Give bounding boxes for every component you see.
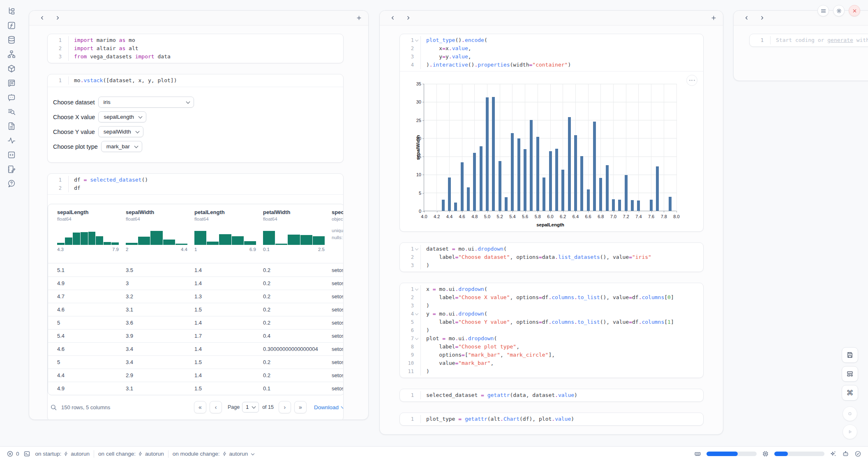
table-row[interactable]: 4.42.91.40.2setosa: [48, 369, 344, 382]
chart-bar[interactable]: [517, 138, 520, 211]
code-line[interactable]: 1dataset = mo.ui.dropdown(: [403, 245, 697, 253]
chart-bar[interactable]: [467, 187, 470, 211]
datasources-icon[interactable]: [7, 35, 16, 44]
fold-chevron-icon[interactable]: [415, 337, 419, 341]
last-page-button[interactable]: »: [294, 401, 307, 413]
table-row[interactable]: 53.61.40.2setosa: [48, 316, 344, 329]
search-icon[interactable]: [50, 404, 57, 411]
code-line[interactable]: 3): [403, 261, 697, 270]
code-line[interactable]: 3 y=y.value,: [403, 53, 697, 61]
cell-imports[interactable]: 1import marimo as mo2import altair as al…: [47, 34, 344, 63]
chart-bar[interactable]: [461, 162, 464, 211]
table-row[interactable]: 5.43.91.70.4setosa: [48, 329, 344, 342]
documentation-icon[interactable]: [7, 122, 16, 131]
cell-dataframe[interactable]: 1df = selected_dataset()2df sepalLengthf…: [47, 173, 344, 420]
column-collapse-right-icon[interactable]: [52, 13, 63, 23]
fold-chevron-icon[interactable]: [415, 38, 419, 42]
prev-page-button[interactable]: ‹: [210, 401, 222, 413]
code-line[interactable]: 8 label="Choose plot type",: [403, 343, 697, 351]
code-line[interactable]: 5 label="Choose Y value", options=df.col…: [403, 318, 697, 326]
chart-bar[interactable]: [555, 149, 558, 211]
imports-code[interactable]: 1import marimo as mo2import altair as al…: [48, 34, 343, 63]
scratchpad-icon[interactable]: [7, 165, 16, 174]
code-line[interactable]: 10 value="mark_bar",: [403, 359, 697, 367]
chart-bar[interactable]: [568, 117, 571, 211]
chart-bar[interactable]: [587, 189, 590, 211]
code-line[interactable]: 1plot_type = getattr(alt.Chart(df), plot…: [403, 415, 697, 423]
code-line[interactable]: 3from vega_datasets import data: [51, 53, 337, 61]
close-icon[interactable]: [849, 5, 860, 16]
chart-bar[interactable]: [511, 133, 514, 211]
functions-icon[interactable]: [7, 21, 16, 30]
run-setting-3[interactable]: on module change:autorun: [173, 451, 254, 457]
chart-bar[interactable]: [442, 200, 445, 211]
stop-icon[interactable]: [843, 406, 857, 421]
chart-bar[interactable]: [656, 166, 659, 211]
chart-bar[interactable]: [612, 199, 615, 211]
tracing-icon[interactable]: [7, 136, 16, 145]
snippets-icon[interactable]: [7, 150, 16, 159]
bar-chart[interactable]: sepalWidth sepalLength 051015202530354.0…: [424, 84, 676, 211]
ai-code-editor[interactable]: 1 Start coding or generate with AI: [750, 34, 868, 46]
chart-bar[interactable]: [618, 200, 621, 211]
xyplot-code[interactable]: 1x = mo.ui.dropdown(2 label="Choose X va…: [400, 283, 703, 378]
file-tree-icon[interactable]: [7, 7, 16, 16]
column-header-petalLength[interactable]: petalLengthfloat6416.9: [194, 209, 263, 263]
chart-bar[interactable]: [492, 97, 495, 211]
code-line[interactable]: 1import marimo as mo: [51, 36, 337, 44]
chart-bar[interactable]: [473, 153, 476, 211]
dataframe-code[interactable]: 1df = selected_dataset()2df: [48, 174, 343, 194]
table-row[interactable]: 4.63.11.50.2setosa: [48, 303, 344, 316]
cpu-icon[interactable]: [762, 450, 769, 457]
connection-status-icon[interactable]: [854, 450, 861, 457]
cell-selected-dataset[interactable]: 1selected_dataset = getattr(data, datase…: [399, 389, 704, 402]
code-line[interactable]: 1x = mo.ui.dropdown(: [403, 285, 697, 293]
add-cell-button[interactable]: [353, 13, 364, 23]
fold-chevron-icon[interactable]: [415, 287, 419, 291]
table-row[interactable]: 4.931.40.2setosa: [48, 277, 344, 290]
cell-xy-plot-dropdowns[interactable]: 1x = mo.ui.dropdown(2 label="Choose X va…: [399, 283, 704, 378]
run-setting-2[interactable]: on cell change:autorun: [98, 451, 164, 457]
chart-bar[interactable]: [669, 197, 672, 211]
code-line[interactable]: 1 Start coding or generate with AI: [753, 36, 868, 44]
chart-bar[interactable]: [454, 203, 457, 211]
cell-plot[interactable]: 1plot_type().encode(2 x=x.value,3 y=y.va…: [399, 34, 704, 232]
choose-x-value-select[interactable]: sepalLength: [98, 111, 146, 122]
column-collapse-left-icon[interactable]: [741, 13, 752, 23]
chart-bar[interactable]: [524, 149, 526, 211]
choose-plot-type-select[interactable]: mark_bar: [101, 141, 142, 152]
plot-code[interactable]: 1plot_type().encode(2 x=x.value,3 y=y.va…: [400, 34, 703, 71]
chart-bar[interactable]: [599, 178, 602, 211]
column-header-petalWidth[interactable]: petalWidthfloat640.12.5: [263, 209, 332, 263]
chart-bar[interactable]: [480, 146, 482, 211]
chart-bar[interactable]: [536, 137, 539, 211]
table-row[interactable]: 4.93.11.50.1setosa: [48, 382, 344, 395]
column-header-sepalWidth[interactable]: sepalWidthfloat6424.4: [126, 209, 194, 263]
chart-bar[interactable]: [530, 120, 533, 211]
memory-icon[interactable]: [694, 450, 701, 457]
chart-bar[interactable]: [499, 161, 501, 211]
code-line[interactable]: 3): [403, 302, 697, 310]
search-list-icon[interactable]: [7, 107, 16, 116]
column-header-species[interactable]: speciesobjectunique:nulls:: [332, 209, 344, 263]
code-line[interactable]: 1plot_type().encode(: [403, 36, 697, 44]
chat-bot-icon[interactable]: [842, 450, 849, 457]
dataset-code[interactable]: 1dataset = mo.ui.dropdown(2 label="Choos…: [400, 243, 703, 272]
choose-dataset-select[interactable]: iris: [98, 97, 194, 108]
cell-dataset-dropdown[interactable]: 1dataset = mo.ui.dropdown(2 label="Choos…: [399, 242, 704, 272]
chart-bar[interactable]: [505, 197, 508, 211]
chart-bar[interactable]: [580, 156, 583, 211]
table-row[interactable]: 4.73.21.30.2setosa: [48, 290, 344, 303]
next-page-button[interactable]: ›: [279, 401, 291, 413]
generate-with-ai-link[interactable]: generate: [827, 37, 853, 43]
chart-bar[interactable]: [606, 165, 609, 211]
chart-bar[interactable]: [631, 200, 634, 211]
chart-bar[interactable]: [486, 97, 489, 211]
code-line[interactable]: 6): [403, 326, 697, 334]
save-icon[interactable]: [842, 347, 858, 363]
chart-bar[interactable]: [650, 200, 653, 211]
code-line[interactable]: 2 label="Choose dataset", options=data.l…: [403, 253, 697, 261]
ai-sparkles-icon[interactable]: [830, 450, 837, 457]
run-icon[interactable]: [843, 424, 857, 439]
chart-bar[interactable]: [549, 151, 552, 211]
